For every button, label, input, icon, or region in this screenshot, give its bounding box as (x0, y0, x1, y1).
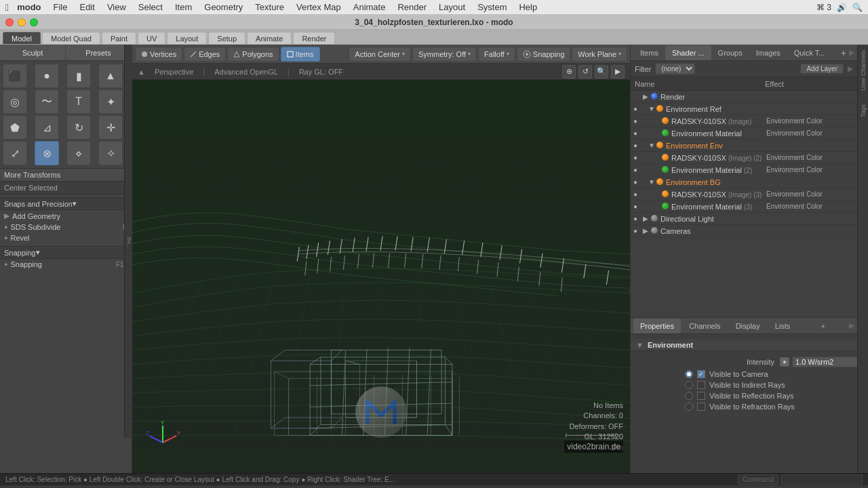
expand-dir-light[interactable]: ▶ (643, 215, 651, 222)
menu-render[interactable]: Render (392, 0, 432, 15)
snapping-toggle[interactable]: Snapping (517, 47, 571, 62)
shader-row-env-bg[interactable]: ● ▼ Environment BG (631, 176, 857, 188)
expand-env-env[interactable]: ▼ (648, 142, 656, 149)
tool-sphere[interactable]: ● (35, 64, 59, 88)
more-transforms-dropdown[interactable]: More Transforms ▾ (0, 168, 132, 182)
presets-button[interactable]: Presets (66, 45, 132, 60)
menu-layout[interactable]: Layout (433, 0, 471, 15)
vertices-button[interactable]: Vertices (135, 47, 182, 62)
snaps-header[interactable]: Snaps and Precision ▾ (0, 197, 132, 210)
tab-display[interactable]: Display (729, 319, 767, 333)
props-add-tab[interactable]: + (821, 322, 825, 330)
tool-move[interactable]: ✛ (98, 115, 123, 140)
tool-cone[interactable]: ▲ (98, 64, 123, 88)
menu-edit[interactable]: Edit (74, 0, 100, 15)
tool-text[interactable]: T (66, 89, 91, 114)
shader-row-render[interactable]: ▶ Render (631, 91, 857, 103)
tool-rotate[interactable]: ↻ (66, 115, 91, 140)
shader-row-radsky-2[interactable]: ● RADSKY-010SX (Image) (2) Environment C… (631, 152, 857, 164)
render-mode-btn[interactable]: Advanced OpenGL (210, 67, 282, 77)
eye-env-mat-2[interactable]: ● (633, 166, 643, 174)
tool-patch[interactable]: ⊿ (35, 115, 59, 140)
tab-layout[interactable]: Layout (167, 32, 207, 44)
eye-env-ref[interactable]: ● (633, 105, 643, 113)
close-button[interactable] (5, 18, 14, 26)
shader-row-radsky-1[interactable]: ● RADSKY-010SX (Image) Environment Color (631, 115, 857, 127)
tags-label[interactable]: Tags (860, 104, 867, 117)
shader-row-env-env[interactable]: ● ▼ Environment Env (631, 140, 857, 152)
snapping-header[interactable]: Snapping ▾ (0, 246, 132, 259)
tab-properties[interactable]: Properties (633, 319, 681, 333)
action-center-button[interactable]: Action Center ▾ (349, 47, 411, 62)
edges-button[interactable]: Edges (184, 47, 226, 62)
menu-file[interactable]: File (48, 0, 73, 15)
tab-uv[interactable]: UV (138, 32, 165, 44)
tool-transform[interactable]: ⊗ (35, 141, 59, 165)
tool-torus[interactable]: ◎ (3, 89, 27, 114)
menu-animate[interactable]: Animate (348, 0, 391, 15)
tab-items[interactable]: Items (633, 45, 665, 60)
radio-visible-reflection[interactable] (685, 392, 693, 400)
sculpt-button[interactable]: Sculpt (0, 45, 66, 60)
props-expand[interactable]: ▶ (849, 321, 854, 330)
user-channels-label[interactable]: User Channels (860, 50, 867, 91)
work-plane-button[interactable]: Work Plane ▾ (572, 47, 627, 62)
tool-action[interactable]: ✧ (98, 141, 123, 165)
tab-model[interactable]: Model (3, 32, 41, 44)
eye-env-mat-3[interactable]: ● (633, 203, 643, 210)
expand-panel-button[interactable]: ▶ (849, 48, 854, 57)
radio-visible-refraction[interactable] (685, 403, 693, 411)
shader-row-radsky-3[interactable]: ● RADSKY-010SX (Image) (3) Environment C… (631, 188, 857, 201)
menu-item[interactable]: Item (170, 0, 197, 15)
shader-row-cameras[interactable]: ● ▶ Cameras (631, 225, 857, 237)
shader-row-env-mat-2[interactable]: ● Environment Material (2) Environment C… (631, 164, 857, 176)
cb-visible-reflection[interactable] (697, 392, 705, 400)
cb-visible-camera[interactable]: ✓ (697, 370, 705, 378)
filter-select[interactable]: (none) (655, 63, 695, 75)
symmetry-button[interactable]: Symmetry: Off ▾ (412, 47, 477, 62)
menu-geometry[interactable]: Geometry (199, 0, 248, 15)
menu-select[interactable]: Select (133, 0, 168, 15)
tab-lists[interactable]: Lists (768, 319, 797, 333)
tool-curve[interactable]: 〜 (35, 89, 59, 114)
eye-radsky-2[interactable]: ● (633, 154, 643, 161)
bevel-entry[interactable]: ● Revel (0, 232, 132, 243)
add-tab-button[interactable]: + (841, 47, 846, 58)
intensity-input[interactable] (792, 357, 857, 367)
tab-render[interactable]: Render (293, 32, 335, 44)
tool-polygon[interactable]: ⬟ (3, 115, 27, 140)
tab-animate[interactable]: Animate (247, 32, 292, 44)
tab-groups[interactable]: Groups (711, 45, 749, 60)
viewport-menu[interactable]: ▶ (611, 65, 625, 79)
eye-cameras[interactable]: ● (633, 227, 643, 235)
tool-cylinder[interactable]: ▮ (66, 64, 91, 88)
eye-dir-light[interactable]: ● (633, 215, 643, 222)
tool-falloff[interactable]: ⋄ (66, 141, 91, 165)
add-layer-button[interactable]: Add Layer (800, 64, 844, 74)
viewport-icon2[interactable]: ↺ (578, 65, 592, 79)
command-input[interactable] (781, 474, 863, 485)
tab-model-quad[interactable]: Model Quad (42, 32, 100, 44)
tool-box[interactable]: ⬛ (3, 64, 27, 88)
maximize-button[interactable] (30, 18, 38, 26)
sds-subdivide-entry[interactable]: ● SDS Subdivide D (0, 222, 132, 232)
tab-setup[interactable]: Setup (208, 32, 245, 44)
shader-row-env-mat-1[interactable]: ● Environment Material Environment Color (631, 127, 857, 140)
apple-menu[interactable]:  (5, 2, 9, 13)
perspective-label[interactable]: Perspective (151, 67, 197, 77)
eye-radsky-3[interactable]: ● (633, 190, 643, 198)
radio-visible-indirect[interactable] (685, 381, 693, 389)
menu-system[interactable]: System (472, 0, 512, 15)
intensity-slider-btn[interactable]: ● (780, 357, 789, 367)
viewport-canvas[interactable]: No Items Channels: 0 Deformers: OFF GL: … (132, 80, 630, 473)
tool-star[interactable]: ✦ (98, 89, 123, 114)
minimize-button[interactable] (18, 18, 26, 26)
shader-row-dir-light[interactable]: ● ▶ Directional Light (631, 213, 857, 225)
menu-vertex-map[interactable]: Vertex Map (291, 0, 347, 15)
eye-env-env[interactable]: ● (633, 142, 643, 149)
tab-channels[interactable]: Channels (682, 319, 727, 333)
items-button[interactable]: Items (281, 47, 320, 62)
viewport-icon1[interactable]: ⊕ (562, 65, 576, 79)
command-label[interactable]: Command (738, 474, 778, 485)
viewport-search[interactable]: 🔍 (595, 65, 608, 79)
